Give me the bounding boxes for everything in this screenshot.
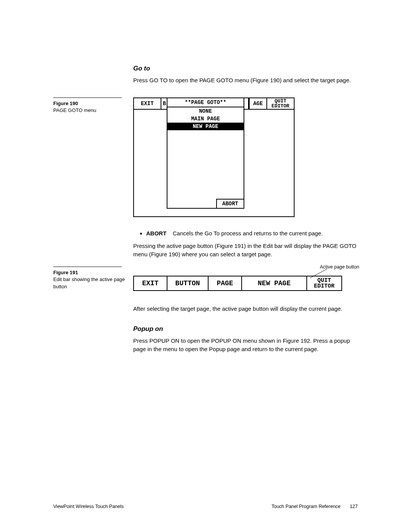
figure-191-caption: Edit bar showing the active page button <box>53 276 125 289</box>
footer-right-label: Touch Panel Program Reference <box>271 504 340 509</box>
editbar-active-page-button[interactable]: NEW PAGE <box>242 276 307 290</box>
menu-item-main-page[interactable]: MAIN PAGE <box>167 115 244 123</box>
footer-page-number: 127 <box>350 504 358 509</box>
menu-item-none[interactable]: NONE <box>167 107 244 115</box>
editbar-page-button[interactable]: PAGE <box>209 276 242 290</box>
after-191-text: After selecting the target page, the act… <box>133 305 358 313</box>
section-goto-heading: Go to <box>133 65 358 72</box>
callout-active-page-button: Active page button <box>320 264 359 270</box>
figure-191-label: Figure 191 <box>53 270 78 275</box>
page-goto-menu: **PAGE GOTO** NONE MAIN PAGE NEW PAGE AB… <box>167 97 244 209</box>
footer-left: ViewPoint Wireless Touch Panels <box>53 504 124 509</box>
editbar-exit-button[interactable]: EXIT <box>134 276 167 290</box>
age-cell: AGE <box>249 98 267 109</box>
menu-item-new-page[interactable]: NEW PAGE <box>167 123 244 130</box>
figure-190-screenshot: EXIT B AGE QUIT EDITOR **PAGE GOTO** NON… <box>133 97 295 217</box>
page-footer: ViewPoint Wireless Touch Panels Touch Pa… <box>53 504 358 509</box>
goto-intro-text: Press GO TO to open the PAGE GOTO menu (… <box>133 76 358 85</box>
abort-description: ABORT Cancels the Go To process and retu… <box>146 230 358 236</box>
abort-button[interactable]: ABORT <box>216 199 244 208</box>
svg-line-0 <box>310 269 327 278</box>
editbar-button-button[interactable]: BUTTON <box>167 276 209 290</box>
figure-190-label: Figure 190 <box>53 101 78 106</box>
exit-button[interactable]: EXIT <box>134 98 161 109</box>
quit-editor-button[interactable]: QUIT <box>274 99 286 104</box>
popup-on-text: Press POPUP ON to open the POPUP ON menu… <box>133 337 358 353</box>
section-popup-heading: Popup on <box>133 325 358 333</box>
figure-190-caption: PAGE GOTO menu <box>53 107 96 113</box>
active-page-button-text: Pressing the active page button (Figure … <box>133 242 358 259</box>
menu-title: **PAGE GOTO** <box>167 98 244 107</box>
